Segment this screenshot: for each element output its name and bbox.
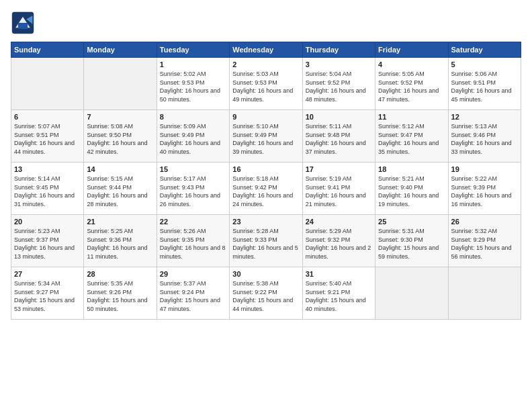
day-number: 1 — [160, 60, 226, 68]
cell-content: Sunrise: 5:17 AM Sunset: 9:43 PM Dayligh… — [160, 175, 226, 208]
day-number: 28 — [87, 270, 153, 278]
day-number: 16 — [232, 165, 299, 173]
calendar-cell: 27Sunrise: 5:34 AM Sunset: 9:27 PM Dayli… — [11, 267, 84, 320]
calendar-cell: 29Sunrise: 5:37 AM Sunset: 9:24 PM Dayli… — [157, 267, 229, 320]
calendar-cell: 7Sunrise: 5:08 AM Sunset: 9:50 PM Daylig… — [84, 110, 157, 163]
calendar-cell: 12Sunrise: 5:13 AM Sunset: 9:46 PM Dayli… — [448, 110, 521, 163]
cell-content: Sunrise: 5:23 AM Sunset: 9:37 PM Dayligh… — [14, 227, 81, 261]
calendar-cell — [375, 267, 448, 320]
calendar-cell: 22Sunrise: 5:26 AM Sunset: 9:35 PM Dayli… — [157, 215, 229, 267]
day-number: 20 — [14, 218, 81, 226]
calendar-cell — [448, 267, 521, 320]
cell-content: Sunrise: 5:37 AM Sunset: 9:24 PM Dayligh… — [160, 279, 226, 313]
logo-icon — [11, 11, 35, 35]
calendar-cell: 17Sunrise: 5:19 AM Sunset: 9:41 PM Dayli… — [302, 163, 375, 215]
cell-content: Sunrise: 5:12 AM Sunset: 9:47 PM Dayligh… — [378, 122, 445, 156]
weekday-header: Wednesday — [230, 42, 302, 58]
day-number: 4 — [378, 60, 445, 68]
svg-rect-2 — [18, 23, 28, 29]
calendar-cell: 1Sunrise: 5:02 AM Sunset: 9:53 PM Daylig… — [157, 58, 229, 110]
calendar-cell: 3Sunrise: 5:04 AM Sunset: 9:52 PM Daylig… — [302, 58, 375, 110]
calendar-cell: 15Sunrise: 5:17 AM Sunset: 9:43 PM Dayli… — [157, 163, 229, 215]
cell-content: Sunrise: 5:22 AM Sunset: 9:39 PM Dayligh… — [451, 175, 518, 208]
day-number: 23 — [232, 218, 299, 226]
day-number: 30 — [232, 270, 299, 278]
cell-content: Sunrise: 5:40 AM Sunset: 9:21 PM Dayligh… — [306, 279, 372, 313]
weekday-header: Tuesday — [157, 42, 229, 58]
calendar-cell: 30Sunrise: 5:38 AM Sunset: 9:22 PM Dayli… — [230, 267, 302, 320]
calendar-cell: 31Sunrise: 5:40 AM Sunset: 9:21 PM Dayli… — [302, 267, 375, 320]
day-number: 12 — [451, 113, 518, 121]
day-number: 21 — [87, 218, 153, 226]
day-number: 22 — [160, 218, 226, 226]
cell-content: Sunrise: 5:10 AM Sunset: 9:49 PM Dayligh… — [232, 122, 299, 156]
calendar-cell: 13Sunrise: 5:14 AM Sunset: 9:45 PM Dayli… — [11, 163, 84, 215]
calendar-cell — [11, 58, 84, 110]
cell-content: Sunrise: 5:31 AM Sunset: 9:30 PM Dayligh… — [378, 227, 445, 261]
calendar-table: SundayMondayTuesdayWednesdayThursdayFrid… — [11, 42, 521, 320]
cell-content: Sunrise: 5:21 AM Sunset: 9:40 PM Dayligh… — [378, 175, 445, 208]
day-number: 17 — [306, 165, 372, 173]
calendar-cell: 14Sunrise: 5:15 AM Sunset: 9:44 PM Dayli… — [84, 163, 157, 215]
day-number: 19 — [451, 165, 518, 173]
calendar-week-row: 13Sunrise: 5:14 AM Sunset: 9:45 PM Dayli… — [11, 163, 521, 215]
day-number: 3 — [306, 60, 372, 68]
day-number: 25 — [378, 218, 445, 226]
cell-content: Sunrise: 5:25 AM Sunset: 9:36 PM Dayligh… — [87, 227, 153, 261]
day-number: 2 — [232, 60, 299, 68]
weekday-header: Saturday — [448, 42, 521, 58]
calendar-week-row: 27Sunrise: 5:34 AM Sunset: 9:27 PM Dayli… — [11, 267, 521, 320]
day-number: 26 — [451, 218, 518, 226]
calendar-cell: 16Sunrise: 5:18 AM Sunset: 9:42 PM Dayli… — [230, 163, 302, 215]
day-number: 31 — [306, 270, 372, 278]
cell-content: Sunrise: 5:14 AM Sunset: 9:45 PM Dayligh… — [14, 175, 81, 208]
cell-content: Sunrise: 5:09 AM Sunset: 9:49 PM Dayligh… — [160, 122, 226, 156]
cell-content: Sunrise: 5:19 AM Sunset: 9:41 PM Dayligh… — [306, 175, 372, 208]
calendar-cell: 24Sunrise: 5:29 AM Sunset: 9:32 PM Dayli… — [302, 215, 375, 267]
cell-content: Sunrise: 5:06 AM Sunset: 9:51 PM Dayligh… — [451, 70, 518, 103]
day-number: 7 — [87, 113, 153, 121]
cell-content: Sunrise: 5:29 AM Sunset: 9:32 PM Dayligh… — [306, 227, 372, 261]
cell-content: Sunrise: 5:08 AM Sunset: 9:50 PM Dayligh… — [87, 122, 153, 156]
calendar-cell: 4Sunrise: 5:05 AM Sunset: 9:52 PM Daylig… — [375, 58, 448, 110]
cell-content: Sunrise: 5:03 AM Sunset: 9:53 PM Dayligh… — [232, 70, 299, 103]
cell-content: Sunrise: 5:02 AM Sunset: 9:53 PM Dayligh… — [160, 70, 226, 103]
day-number: 13 — [14, 165, 81, 173]
calendar-cell: 20Sunrise: 5:23 AM Sunset: 9:37 PM Dayli… — [11, 215, 84, 267]
weekday-header: Sunday — [11, 42, 84, 58]
calendar-cell: 11Sunrise: 5:12 AM Sunset: 9:47 PM Dayli… — [375, 110, 448, 163]
calendar-cell: 23Sunrise: 5:28 AM Sunset: 9:33 PM Dayli… — [230, 215, 302, 267]
day-number: 9 — [232, 113, 299, 121]
cell-content: Sunrise: 5:05 AM Sunset: 9:52 PM Dayligh… — [378, 70, 445, 103]
cell-content: Sunrise: 5:11 AM Sunset: 9:48 PM Dayligh… — [306, 122, 372, 156]
cell-content: Sunrise: 5:15 AM Sunset: 9:44 PM Dayligh… — [87, 175, 153, 208]
day-number: 11 — [378, 113, 445, 121]
calendar-cell: 19Sunrise: 5:22 AM Sunset: 9:39 PM Dayli… — [448, 163, 521, 215]
calendar-cell: 21Sunrise: 5:25 AM Sunset: 9:36 PM Dayli… — [84, 215, 157, 267]
calendar-cell: 28Sunrise: 5:35 AM Sunset: 9:26 PM Dayli… — [84, 267, 157, 320]
cell-content: Sunrise: 5:07 AM Sunset: 9:51 PM Dayligh… — [14, 122, 81, 156]
day-number: 14 — [87, 165, 153, 173]
cell-content: Sunrise: 5:32 AM Sunset: 9:29 PM Dayligh… — [451, 227, 518, 261]
cell-content: Sunrise: 5:35 AM Sunset: 9:26 PM Dayligh… — [87, 279, 153, 313]
page-header — [11, 11, 521, 35]
cell-content: Sunrise: 5:18 AM Sunset: 9:42 PM Dayligh… — [232, 175, 299, 208]
cell-content: Sunrise: 5:34 AM Sunset: 9:27 PM Dayligh… — [14, 279, 81, 313]
day-number: 29 — [160, 270, 226, 278]
calendar-cell: 2Sunrise: 5:03 AM Sunset: 9:53 PM Daylig… — [230, 58, 302, 110]
weekday-header: Thursday — [302, 42, 375, 58]
weekday-header: Friday — [375, 42, 448, 58]
calendar-cell: 5Sunrise: 5:06 AM Sunset: 9:51 PM Daylig… — [448, 58, 521, 110]
cell-content: Sunrise: 5:38 AM Sunset: 9:22 PM Dayligh… — [232, 279, 299, 313]
logo — [11, 11, 39, 35]
day-number: 15 — [160, 165, 226, 173]
calendar-cell: 8Sunrise: 5:09 AM Sunset: 9:49 PM Daylig… — [157, 110, 229, 163]
calendar-cell: 18Sunrise: 5:21 AM Sunset: 9:40 PM Dayli… — [375, 163, 448, 215]
cell-content: Sunrise: 5:28 AM Sunset: 9:33 PM Dayligh… — [232, 227, 299, 261]
cell-content: Sunrise: 5:13 AM Sunset: 9:46 PM Dayligh… — [451, 122, 518, 156]
calendar-cell: 9Sunrise: 5:10 AM Sunset: 9:49 PM Daylig… — [230, 110, 302, 163]
calendar-body: 1Sunrise: 5:02 AM Sunset: 9:53 PM Daylig… — [11, 58, 521, 320]
calendar-week-row: 6Sunrise: 5:07 AM Sunset: 9:51 PM Daylig… — [11, 110, 521, 163]
calendar-cell — [84, 58, 157, 110]
day-number: 27 — [14, 270, 81, 278]
